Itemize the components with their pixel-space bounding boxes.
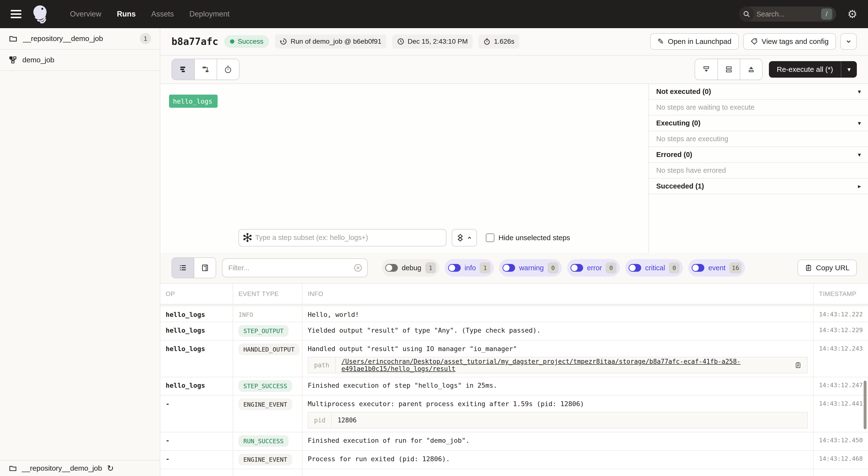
clear-filter-icon[interactable] [353,263,363,273]
op-selector-icon [243,233,252,242]
log-table-header: OP EVENT TYPE INFO TIMESTAMP [160,283,868,304]
log-filter-input[interactable] [222,259,368,277]
expand-bottom-panel-button[interactable] [695,59,717,79]
nav-item-deployment[interactable]: Deployment [189,10,229,19]
level-label: critical [645,264,665,272]
sidebar-job-item[interactable]: demo_job [0,49,160,71]
section-not-executed[interactable]: Not executed (0) ▾ [649,84,868,100]
clock-icon [397,38,404,45]
panel-layout-segmented-control [694,59,763,80]
log-op: hello_logs [160,341,233,377]
hide-unselected-checkbox[interactable] [486,233,494,242]
level-toggle-info[interactable]: info 1 [445,259,494,277]
sidebar: __repository__demo_job 1 demo_job __re [0,28,160,476]
step-subset-input[interactable] [239,229,446,246]
view-tags-config-label: View tags and config [762,37,829,45]
column-header-info: INFO [302,283,814,304]
column-header-timestamp: TIMESTAMP [813,283,868,304]
sidebar-repo-item[interactable]: __repository__demo_job 1 [0,28,160,49]
run-of-tag[interactable]: Run of demo_job @ b6eb0f91 [275,34,386,48]
column-header-event-type: EVENT TYPE [233,283,302,304]
log-row[interactable]: hello_logs STEP_OUTPUT Yielded output "r… [160,322,868,341]
nav-item-overview[interactable]: Overview [70,10,101,19]
run-duration-tag: 1.626s [478,34,519,48]
log-op: hello_logs [160,322,233,340]
log-row[interactable]: - ENGINE_EVENT Process for run exited (p… [160,451,868,469]
primary-nav: Overview Runs Assets Deployment [70,10,229,19]
expand-top-panel-button[interactable] [740,59,762,79]
header-more-actions-button[interactable] [840,33,857,50]
event-type-badge: STEP_OUTPUT [239,325,288,337]
copy-path-icon[interactable] [795,362,802,369]
gantt-waterfall-view-button[interactable] [194,59,217,79]
run-date-label: Dec 15, 2:43:10 PM [408,38,468,45]
refresh-icon[interactable]: ↻ [107,464,114,472]
log-row[interactable]: hello_logs STEP_SUCCESS Finished executi… [160,377,868,396]
level-toggle-event[interactable]: event 16 [688,259,745,277]
copy-url-button[interactable]: Copy URL [798,260,857,276]
log-timestamp: 14:43:12.243 [813,341,868,377]
structured-log-icon [201,264,209,272]
level-count-badge: 16 [729,262,741,273]
gantt-step-bar[interactable]: hello_logs [169,95,218,108]
re-execute-button[interactable]: Re-execute all (*) ▾ [769,61,857,78]
view-tags-config-button[interactable]: View tags and config [743,33,836,50]
level-count-badge: 0 [669,262,680,273]
level-toggle-debug[interactable]: debug 1 [382,259,439,277]
nav-item-runs[interactable]: Runs [117,10,136,19]
steps-status-panel: Not executed (0) ▾ No steps are waiting … [648,84,868,253]
section-title: Succeeded (1) [656,182,704,190]
gantt-chart: hello_logs [160,84,648,253]
graph-query-options-button[interactable] [452,229,477,246]
log-row[interactable]: hello_logs HANDLED_OUTPUT Handled output… [160,341,868,377]
log-timestamp: 14:43:12.441 [813,396,868,432]
log-raw-view-button[interactable] [194,258,216,278]
level-label: warning [519,264,544,272]
log-row[interactable]: hello_logs INFO Hello, world! 14:43:12.2… [160,306,868,322]
stopwatch-icon [483,38,491,45]
sidebar-job-name: demo_job [22,56,54,64]
toggle-switch-icon [692,264,704,272]
caret-up-icon [466,235,473,241]
open-in-launchpad-button[interactable]: ✎ Open in Launchpad [650,33,739,50]
log-op: - [160,432,233,450]
section-title: Executing (0) [656,119,701,127]
level-toggle-warning[interactable]: warning 0 [499,259,562,277]
event-type-badge: ENGINE_EVENT [239,454,292,465]
split-panels-button[interactable] [717,59,740,79]
gantt-flat-view-button[interactable] [172,59,194,79]
job-icon [9,56,17,64]
metadata-path-link[interactable]: /Users/erincochran/Desktop/asset_tutoria… [341,358,790,372]
level-toggle-critical[interactable]: critical 0 [625,259,683,277]
hide-unselected-label: Hide unselected steps [498,234,570,242]
gantt-timing-view-button[interactable] [217,59,239,79]
run-header: b8a77afc Success Run of demo_job @ b6eb0… [160,28,868,56]
log-row[interactable]: - ENGINE_EVENT Multiprocess executor: pa… [160,396,868,432]
flat-list-icon [179,65,187,73]
level-count-badge: 1 [480,262,490,273]
search-placeholder: Search... [756,10,821,18]
nav-item-assets[interactable]: Assets [151,10,174,19]
section-succeeded[interactable]: Succeeded (1) ▸ [649,178,868,194]
search-input[interactable]: Search... / [739,6,836,22]
section-executing[interactable]: Executing (0) ▾ [649,115,868,131]
log-timestamp: 14:43:12.468 [813,451,868,469]
section-not-executed-caption: No steps are waiting to execute [649,100,868,115]
log-metadata: pid 12806 [308,412,808,429]
section-title: Not executed (0) [656,88,711,96]
section-errored-caption: No steps have errored [649,163,868,178]
vertical-scrollbar[interactable] [864,381,867,429]
re-execute-caret-button[interactable]: ▾ [841,61,857,78]
menu-icon[interactable] [11,10,21,18]
level-toggle-error[interactable]: error 0 [567,259,620,277]
toggle-switch-icon [570,264,583,272]
section-errored[interactable]: Errored (0) ▾ [649,147,868,163]
dagster-logo[interactable] [31,4,51,24]
log-level-filters: debug 1 info 1 warning 0 error 0 [382,259,745,277]
toggle-switch-icon [385,264,398,272]
gear-icon[interactable]: ⚙ [847,8,857,20]
log-table-view-button[interactable] [172,258,194,278]
log-row[interactable]: - RUN_SUCCESS Finished execution of run … [160,432,868,451]
log-message: Yielded output "result" of type "Any". (… [308,327,808,334]
log-message: Multiprocess executor: parent process ex… [308,400,808,408]
